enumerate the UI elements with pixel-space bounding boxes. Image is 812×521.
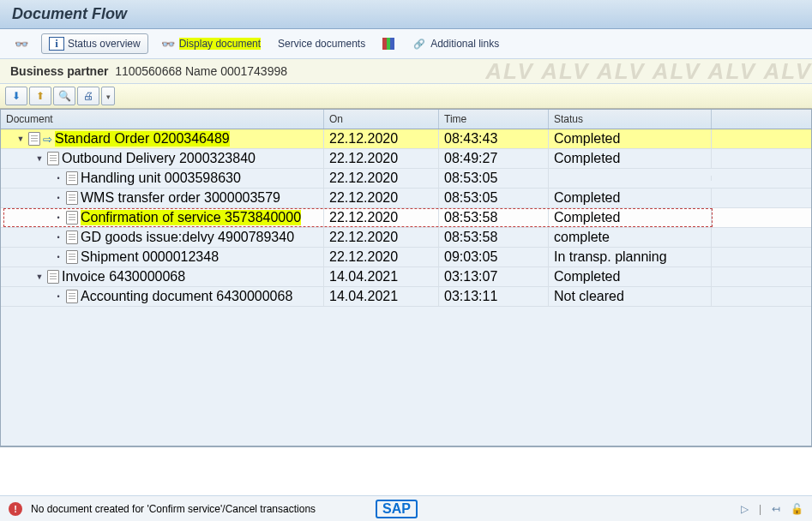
grid-header: Document On Time Status — [1, 110, 811, 129]
additional-links-label: Additional links — [430, 38, 499, 50]
cell-status: Completed — [549, 148, 712, 169]
more-button[interactable] — [101, 87, 115, 105]
document-icon — [66, 191, 78, 205]
link-icon — [412, 37, 427, 51]
doc-label: Confirmation of service 3573840000 — [81, 210, 301, 225]
table-row[interactable]: ▼ Outbound Delivery 200032384022.12.2020… — [1, 149, 811, 169]
doc-label: Accounting document 6430000068 — [81, 289, 292, 304]
doc-label: Invoice 6430000068 — [62, 269, 185, 284]
sep: | — [759, 503, 761, 515]
document-icon — [66, 171, 78, 185]
lock-icon[interactable]: 🔓 — [791, 503, 803, 515]
table-row[interactable]: • Accounting document 643000006814.04.20… — [1, 287, 811, 307]
doc-cell: • Accounting document 6430000068 — [1, 286, 324, 307]
glasses-icon — [160, 37, 176, 51]
status-bar: ! No document created for 'Confirm servi… — [0, 495, 812, 521]
doc-cell: ▼⇨ Standard Order 0200346489 — [1, 129, 324, 149]
tree-toggle[interactable]: • — [53, 292, 63, 301]
status-overview-button[interactable]: i Status overview — [41, 33, 148, 54]
display-document-button[interactable]: Display document — [155, 34, 266, 53]
doc-cell: • Handling unit 0003598630 — [1, 168, 324, 189]
cell-time: 08:53:05 — [439, 188, 549, 208]
document-grid: Document On Time Status ▼⇨ Standard Orde… — [0, 109, 812, 447]
play-icon[interactable]: ▷ — [741, 503, 749, 515]
table-row[interactable]: • Shipment 000001234822.12.202009:03:05I… — [1, 248, 811, 267]
arrow-icon: ⇨ — [43, 133, 52, 146]
col-time[interactable]: Time — [439, 110, 549, 129]
error-icon: ! — [9, 502, 22, 516]
status-right: ▷ | ↤ 🔓 — [741, 503, 803, 515]
grid-body: ▼⇨ Standard Order 020034648922.12.202008… — [1, 129, 811, 446]
status-overview-label: Status overview — [68, 38, 141, 50]
refresh-button[interactable] — [9, 34, 34, 53]
cell-time: 08:53:58 — [439, 227, 549, 248]
alv-watermark: ALV ALV ALV ALV ALV ALV — [485, 59, 812, 83]
cell-status: In transp. planning — [549, 247, 712, 267]
table-row[interactable]: • GD goods issue:delvy 490078934022.12.2… — [1, 228, 811, 248]
document-icon — [47, 152, 59, 165]
cell-status: Not cleared — [549, 286, 712, 307]
cell-on: 14.04.2021 — [324, 286, 439, 307]
status-message: No document created for 'Confirm service… — [31, 503, 316, 515]
doc-cell: ▼ Outbound Delivery 2000323840 — [1, 148, 324, 169]
document-icon — [28, 132, 40, 146]
service-documents-button[interactable]: Service documents — [273, 35, 370, 52]
col-document[interactable]: Document — [1, 110, 324, 129]
cell-status: Completed — [549, 207, 712, 228]
tree-toggle[interactable]: • — [53, 253, 63, 261]
business-partner-label: Business partner — [10, 64, 108, 78]
tree-toggle[interactable]: ▼ — [15, 135, 26, 143]
collapse-all-button[interactable] — [29, 87, 51, 105]
tree-toggle[interactable]: • — [53, 194, 63, 202]
tree-toggle[interactable]: • — [53, 213, 63, 222]
cell-time: 08:53:58 — [439, 207, 549, 228]
doc-cell: • Confirmation of service 3573840000 — [1, 207, 324, 228]
cell-on: 22.12.2020 — [324, 247, 439, 267]
doc-cell: • GD goods issue:delvy 4900789340 — [1, 227, 324, 248]
tree-toggle[interactable]: ▼ — [34, 272, 45, 281]
tree-toggle[interactable]: • — [53, 174, 63, 183]
cell-time: 03:13:07 — [439, 266, 549, 287]
cell-on: 22.12.2020 — [324, 168, 439, 189]
doc-label: Outbound Delivery 2000323840 — [62, 151, 256, 166]
cell-status — [549, 176, 712, 181]
expand-icon — [12, 90, 21, 102]
tree-toggle[interactable]: ▼ — [34, 154, 45, 163]
col-on[interactable]: On — [324, 110, 439, 129]
col-status[interactable]: Status — [549, 110, 712, 129]
cell-on: 22.12.2020 — [324, 188, 439, 208]
expand-all-button[interactable] — [5, 87, 27, 105]
document-icon — [66, 290, 78, 303]
table-row[interactable]: • Handling unit 000359863022.12.202008:5… — [1, 169, 811, 189]
table-row[interactable]: • Confirmation of service 357384000022.1… — [1, 208, 811, 228]
table-row[interactable]: ▼⇨ Standard Order 020034648922.12.202008… — [1, 129, 811, 149]
print-button[interactable] — [77, 87, 99, 105]
glasses-icon — [14, 37, 29, 51]
tree-toggle[interactable]: • — [53, 233, 63, 242]
find-button[interactable] — [53, 87, 75, 105]
chart-button[interactable] — [377, 35, 400, 52]
display-document-label: Display document — [179, 38, 261, 50]
document-icon — [66, 231, 78, 244]
cell-status: Completed — [549, 129, 712, 149]
doc-label: GD goods issue:delvy 4900789340 — [81, 230, 294, 245]
business-partner-row: Business partner 1100560668 Name 0001743… — [0, 59, 812, 84]
doc-cell: • Shipment 0000012348 — [1, 247, 324, 267]
table-row[interactable]: • WMS transfer order 300000357922.12.202… — [1, 189, 811, 208]
cell-on: 14.04.2021 — [324, 266, 439, 287]
cell-time: 08:49:27 — [439, 148, 549, 169]
additional-links-button[interactable]: Additional links — [406, 34, 504, 53]
cell-status: complete — [549, 227, 712, 248]
title-bar: Document Flow — [0, 0, 812, 29]
document-icon — [66, 211, 78, 225]
main-toolbar: i Status overview Display document Servi… — [0, 29, 812, 59]
tree-toolbar — [0, 84, 812, 109]
cell-on: 22.12.2020 — [324, 129, 439, 149]
info-icon: i — [49, 37, 64, 51]
doc-label: Handling unit 0003598630 — [81, 171, 241, 186]
cell-status: Completed — [549, 266, 712, 287]
doc-label: Shipment 0000012348 — [81, 249, 219, 265]
cell-time: 08:43:43 — [439, 129, 549, 149]
back-icon[interactable]: ↤ — [772, 503, 780, 515]
table-row[interactable]: ▼ Invoice 643000006814.04.202103:13:07Co… — [1, 267, 811, 287]
